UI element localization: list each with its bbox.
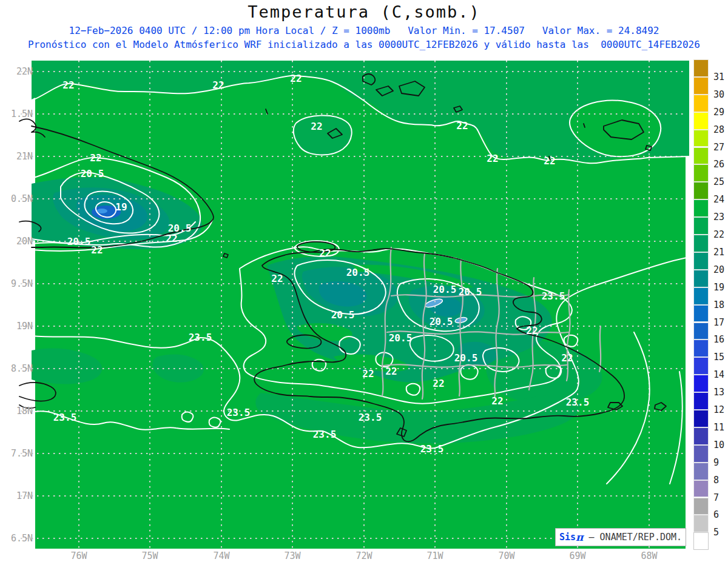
isotherm-value-label: 20.5 bbox=[433, 284, 457, 295]
weather-map-page: Temperatura (C,somb.) 12−Feb−2026 0400 U… bbox=[0, 0, 728, 562]
isotherm-value-label: 22 bbox=[491, 395, 503, 407]
isotherm-value-label: 22 bbox=[561, 352, 573, 364]
colorbar-tick-label: 18 bbox=[713, 299, 724, 310]
colorbar-cell bbox=[693, 147, 709, 165]
isotherm-value-label: 20.5 bbox=[459, 286, 482, 298]
lat-tick-label: 20N bbox=[1, 236, 33, 247]
colorbar-cell bbox=[693, 305, 709, 323]
isotherm-value-label: 22 bbox=[526, 325, 538, 336]
colorbar-cell bbox=[693, 498, 709, 515]
lat-tick-label: 7.5N bbox=[1, 448, 33, 459]
isotherm-value-label: 22 bbox=[362, 368, 374, 380]
colorbar-cell bbox=[693, 235, 709, 252]
colorbar-cell bbox=[693, 164, 709, 182]
lon-tick-label: 72W bbox=[356, 550, 372, 561]
credit-text: – ONAMET/REP.DOM. bbox=[583, 532, 682, 543]
colorbar-cell bbox=[693, 392, 709, 410]
isotherm-value-label: 22 bbox=[90, 152, 101, 164]
colorbar-tick-label: 20 bbox=[713, 264, 724, 275]
isotherm-value-label: 22 bbox=[319, 247, 331, 259]
colorbar-cell bbox=[693, 130, 709, 147]
colorbar-cell bbox=[693, 252, 709, 270]
colorbar-cell bbox=[693, 270, 709, 287]
isotherm-value-label: 22 bbox=[166, 233, 177, 244]
colorbar-tick-label: 25 bbox=[713, 176, 724, 187]
isotherm-value-label: 23.5 bbox=[53, 412, 77, 423]
isotherm-value-label: 22 bbox=[290, 73, 302, 84]
colorbar-tick-label: 12 bbox=[713, 404, 724, 415]
isotherm-value-label: 22 bbox=[311, 121, 322, 132]
isotherm-value-label: 19 bbox=[115, 201, 127, 213]
colorbar-cell bbox=[693, 515, 709, 532]
colorbar-cell bbox=[693, 340, 709, 357]
colorbar-cell bbox=[693, 532, 709, 550]
colorbar-tick-label: 7 bbox=[713, 492, 719, 503]
lat-tick-label: 18N bbox=[1, 406, 33, 416]
lon-tick-label: 70W bbox=[498, 550, 514, 561]
lon-tick-label: 68W bbox=[641, 550, 657, 561]
sispi-brand: Sis bbox=[559, 532, 576, 543]
isotherm-value-label: 20.5 bbox=[331, 309, 355, 321]
lon-tick-label: 75W bbox=[141, 550, 158, 561]
colorbar-cell bbox=[693, 182, 709, 199]
isotherm-value-label: 20.5 bbox=[346, 267, 370, 278]
lat-tick-label: 19N bbox=[1, 321, 33, 332]
colorbar-cell bbox=[693, 357, 709, 375]
lon-tick-label: 69W bbox=[569, 550, 585, 561]
isotherm-value-label: 22 bbox=[544, 155, 555, 167]
colorbar-cell bbox=[693, 217, 709, 235]
colorbar-cell bbox=[693, 463, 709, 480]
lat-tick-label: 1.5N bbox=[1, 109, 33, 119]
colorbar-tick-label: 17 bbox=[713, 317, 724, 328]
colorbar-tick-label: 28 bbox=[713, 124, 724, 135]
colorbar-tick-label: 24 bbox=[713, 194, 724, 205]
colorbar-tick-label: 23 bbox=[713, 212, 724, 222]
colorbar-cell bbox=[693, 199, 709, 217]
isotherm-value-label: 20.5 bbox=[67, 236, 91, 247]
page-title: Temperatura (C,somb.) bbox=[0, 2, 728, 21]
isotherm-value-label: 22 bbox=[456, 120, 468, 132]
colorbar-cell bbox=[693, 95, 709, 112]
colorbar-tick-label: 22 bbox=[713, 229, 724, 240]
colorbar-cell bbox=[693, 410, 709, 427]
lon-tick-label: 71W bbox=[426, 550, 443, 561]
isotherm-value-label: 22 bbox=[433, 378, 444, 389]
colorbar-tick-label: 21 bbox=[713, 247, 724, 258]
isotherm-value-label: 23.5 bbox=[313, 429, 337, 440]
colorbar-tick-label: 16 bbox=[713, 334, 724, 345]
isotherm-value-label: 23.5 bbox=[359, 412, 382, 423]
colorbar-tick-label: 29 bbox=[713, 107, 724, 118]
isotherm-value-label: 20.5 bbox=[454, 352, 478, 364]
isotherm-value-label: 20.5 bbox=[389, 332, 413, 344]
forecast-valid-time-line: 12−Feb−2026 0400 UTC / 12:00 pm Hora Loc… bbox=[0, 25, 728, 36]
colorbar-cell bbox=[693, 112, 709, 130]
temperature-shaded-map bbox=[36, 61, 684, 549]
isotherm-value-label: 20.5 bbox=[430, 316, 453, 327]
isotherm-value-label: 22 bbox=[91, 244, 103, 256]
colorbar-tick-label: 8 bbox=[713, 475, 719, 486]
lat-tick-label: 21N bbox=[1, 151, 33, 162]
colorbar-cell bbox=[693, 480, 709, 498]
colorbar-tick-label: 27 bbox=[713, 142, 724, 153]
colorbar-tick-label: 5 bbox=[713, 527, 719, 538]
colorbar-tick-label: 19 bbox=[713, 282, 724, 293]
colorbar-tick-label: 15 bbox=[713, 352, 724, 363]
colorbar-tick-label: 6 bbox=[713, 509, 719, 520]
colorbar-cell bbox=[693, 77, 709, 95]
isotherm-value-label: 22 bbox=[62, 79, 74, 91]
isotherm-value-label: 23.5 bbox=[420, 443, 444, 455]
colorbar-cell bbox=[693, 445, 709, 463]
lat-tick-label: 0.5N bbox=[1, 193, 33, 204]
colorbar-cell bbox=[693, 59, 709, 77]
lat-tick-label: 6.5N bbox=[1, 533, 33, 544]
isotherm-value-label: 23.5 bbox=[566, 396, 590, 408]
isotherm-value-label: 22 bbox=[487, 153, 498, 164]
colorbar-tick-label: 11 bbox=[713, 422, 724, 433]
isotherm-value-label: 22 bbox=[271, 273, 283, 284]
isotherm-value-label: 22 bbox=[212, 79, 224, 91]
lon-tick-label: 73W bbox=[284, 550, 300, 561]
isotherm-value-label: 20.5 bbox=[81, 168, 104, 179]
pi-symbol: π bbox=[576, 531, 583, 543]
colorbar-tick-label: 13 bbox=[713, 387, 724, 398]
map-canvas: 222222222222222220.51920.52220.5222220.5… bbox=[36, 61, 684, 549]
